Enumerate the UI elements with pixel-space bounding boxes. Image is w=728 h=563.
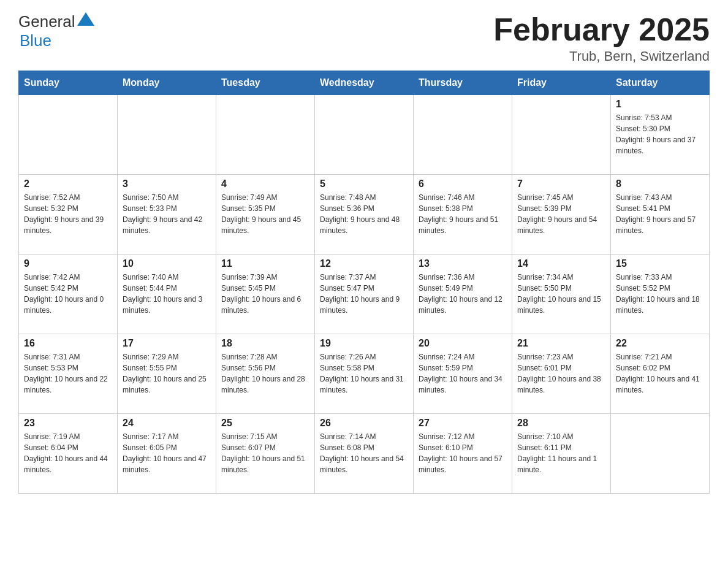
day-cell: 6Sunrise: 7:46 AM Sunset: 5:38 PM Daylig… <box>414 175 512 255</box>
day-number: 11 <box>221 258 309 269</box>
day-number: 16 <box>24 338 112 349</box>
col-header-sunday: Sunday <box>19 71 118 95</box>
day-info: Sunrise: 7:24 AM Sunset: 5:59 PM Dayligh… <box>419 351 507 396</box>
col-header-monday: Monday <box>118 71 216 95</box>
day-number: 1 <box>616 99 704 110</box>
day-cell: 15Sunrise: 7:33 AM Sunset: 5:52 PM Dayli… <box>611 255 710 334</box>
day-number: 3 <box>123 178 211 190</box>
day-cell: 10Sunrise: 7:40 AM Sunset: 5:44 PM Dayli… <box>118 255 216 334</box>
week-row-5: 23Sunrise: 7:19 AM Sunset: 6:04 PM Dayli… <box>19 414 710 494</box>
col-header-friday: Friday <box>512 71 611 95</box>
col-header-tuesday: Tuesday <box>216 71 315 95</box>
day-cell: 20Sunrise: 7:24 AM Sunset: 5:59 PM Dayli… <box>414 334 512 414</box>
day-cell: 11Sunrise: 7:39 AM Sunset: 5:45 PM Dayli… <box>216 255 315 334</box>
day-cell: 5Sunrise: 7:48 AM Sunset: 5:36 PM Daylig… <box>315 175 414 255</box>
week-row-4: 16Sunrise: 7:31 AM Sunset: 5:53 PM Dayli… <box>19 334 710 414</box>
day-info: Sunrise: 7:33 AM Sunset: 5:52 PM Dayligh… <box>616 272 704 316</box>
day-info: Sunrise: 7:23 AM Sunset: 6:01 PM Dayligh… <box>517 351 605 396</box>
day-cell: 25Sunrise: 7:15 AM Sunset: 6:07 PM Dayli… <box>216 414 315 494</box>
title-block: February 2025 Trub, Bern, Switzerland <box>493 12 710 64</box>
day-number: 19 <box>320 338 408 349</box>
day-cell: 13Sunrise: 7:36 AM Sunset: 5:49 PM Dayli… <box>414 255 512 334</box>
day-cell: 14Sunrise: 7:34 AM Sunset: 5:50 PM Dayli… <box>512 255 611 334</box>
day-number: 26 <box>320 418 408 429</box>
month-title: February 2025 <box>493 12 710 47</box>
logo-triangle-icon <box>77 12 94 29</box>
week-row-1: 1Sunrise: 7:53 AM Sunset: 5:30 PM Daylig… <box>19 95 710 175</box>
day-number: 2 <box>24 178 112 190</box>
day-number: 10 <box>123 258 211 269</box>
day-number: 20 <box>419 338 507 349</box>
day-cell <box>216 95 315 175</box>
day-number: 5 <box>320 178 408 190</box>
day-number: 6 <box>419 178 507 190</box>
day-cell: 7Sunrise: 7:45 AM Sunset: 5:39 PM Daylig… <box>512 175 611 255</box>
day-cell: 9Sunrise: 7:42 AM Sunset: 5:42 PM Daylig… <box>19 255 118 334</box>
day-number: 24 <box>123 418 211 429</box>
day-cell: 22Sunrise: 7:21 AM Sunset: 6:02 PM Dayli… <box>611 334 710 414</box>
day-cell: 17Sunrise: 7:29 AM Sunset: 5:55 PM Dayli… <box>118 334 216 414</box>
day-info: Sunrise: 7:49 AM Sunset: 5:35 PM Dayligh… <box>221 192 309 236</box>
day-cell: 3Sunrise: 7:50 AM Sunset: 5:33 PM Daylig… <box>118 175 216 255</box>
day-number: 18 <box>221 338 309 349</box>
day-info: Sunrise: 7:48 AM Sunset: 5:36 PM Dayligh… <box>320 192 408 236</box>
day-number: 12 <box>320 258 408 269</box>
week-row-2: 2Sunrise: 7:52 AM Sunset: 5:32 PM Daylig… <box>19 175 710 255</box>
day-info: Sunrise: 7:17 AM Sunset: 6:05 PM Dayligh… <box>123 431 211 475</box>
logo-blue: Blue <box>20 31 51 50</box>
day-number: 25 <box>221 418 309 429</box>
week-row-3: 9Sunrise: 7:42 AM Sunset: 5:42 PM Daylig… <box>19 255 710 334</box>
day-info: Sunrise: 7:29 AM Sunset: 5:55 PM Dayligh… <box>123 351 211 396</box>
day-info: Sunrise: 7:34 AM Sunset: 5:50 PM Dayligh… <box>517 272 605 316</box>
day-number: 14 <box>517 258 605 269</box>
day-number: 15 <box>616 258 704 269</box>
day-number: 23 <box>24 418 112 429</box>
day-info: Sunrise: 7:37 AM Sunset: 5:47 PM Dayligh… <box>320 272 408 316</box>
day-cell: 4Sunrise: 7:49 AM Sunset: 5:35 PM Daylig… <box>216 175 315 255</box>
day-cell <box>512 95 611 175</box>
day-info: Sunrise: 7:45 AM Sunset: 5:39 PM Dayligh… <box>517 192 605 236</box>
day-cell: 24Sunrise: 7:17 AM Sunset: 6:05 PM Dayli… <box>118 414 216 494</box>
day-info: Sunrise: 7:53 AM Sunset: 5:30 PM Dayligh… <box>616 112 704 156</box>
day-cell: 23Sunrise: 7:19 AM Sunset: 6:04 PM Dayli… <box>19 414 118 494</box>
col-header-wednesday: Wednesday <box>315 71 414 95</box>
day-number: 27 <box>419 418 507 429</box>
day-cell <box>315 95 414 175</box>
day-cell: 26Sunrise: 7:14 AM Sunset: 6:08 PM Dayli… <box>315 414 414 494</box>
day-number: 9 <box>24 258 112 269</box>
col-header-thursday: Thursday <box>414 71 512 95</box>
day-cell: 18Sunrise: 7:28 AM Sunset: 5:56 PM Dayli… <box>216 334 315 414</box>
day-info: Sunrise: 7:31 AM Sunset: 5:53 PM Dayligh… <box>24 351 112 396</box>
day-info: Sunrise: 7:10 AM Sunset: 6:11 PM Dayligh… <box>517 431 605 475</box>
day-cell <box>611 414 710 494</box>
calendar-table: SundayMondayTuesdayWednesdayThursdayFrid… <box>18 71 710 494</box>
logo: General Blue <box>18 12 94 50</box>
day-cell: 28Sunrise: 7:10 AM Sunset: 6:11 PM Dayli… <box>512 414 611 494</box>
day-cell <box>414 95 512 175</box>
day-number: 21 <box>517 338 605 349</box>
day-number: 22 <box>616 338 704 349</box>
day-info: Sunrise: 7:52 AM Sunset: 5:32 PM Dayligh… <box>24 192 112 236</box>
day-info: Sunrise: 7:36 AM Sunset: 5:49 PM Dayligh… <box>419 272 507 316</box>
day-cell: 19Sunrise: 7:26 AM Sunset: 5:58 PM Dayli… <box>315 334 414 414</box>
day-cell <box>19 95 118 175</box>
day-info: Sunrise: 7:42 AM Sunset: 5:42 PM Dayligh… <box>24 272 112 316</box>
day-info: Sunrise: 7:19 AM Sunset: 6:04 PM Dayligh… <box>24 431 112 475</box>
day-number: 4 <box>221 178 309 190</box>
day-number: 13 <box>419 258 507 269</box>
day-cell: 27Sunrise: 7:12 AM Sunset: 6:10 PM Dayli… <box>414 414 512 494</box>
location: Trub, Bern, Switzerland <box>493 48 710 64</box>
day-cell: 16Sunrise: 7:31 AM Sunset: 5:53 PM Dayli… <box>19 334 118 414</box>
logo-general: General <box>18 12 75 31</box>
header-row: SundayMondayTuesdayWednesdayThursdayFrid… <box>19 71 710 95</box>
day-info: Sunrise: 7:14 AM Sunset: 6:08 PM Dayligh… <box>320 431 408 475</box>
day-number: 7 <box>517 178 605 190</box>
day-info: Sunrise: 7:40 AM Sunset: 5:44 PM Dayligh… <box>123 272 211 316</box>
day-number: 17 <box>123 338 211 349</box>
day-cell: 8Sunrise: 7:43 AM Sunset: 5:41 PM Daylig… <box>611 175 710 255</box>
day-info: Sunrise: 7:28 AM Sunset: 5:56 PM Dayligh… <box>221 351 309 396</box>
page-header: General Blue February 2025 Trub, Bern, S… <box>18 12 710 64</box>
day-info: Sunrise: 7:15 AM Sunset: 6:07 PM Dayligh… <box>221 431 309 475</box>
day-cell: 2Sunrise: 7:52 AM Sunset: 5:32 PM Daylig… <box>19 175 118 255</box>
day-cell <box>118 95 216 175</box>
